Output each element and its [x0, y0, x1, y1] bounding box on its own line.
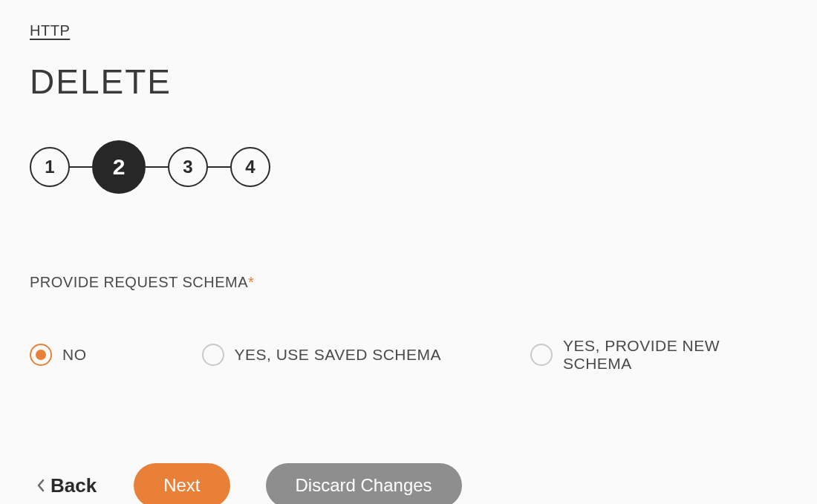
- request-schema-radio-group: NO YES, USE SAVED SCHEMA YES, PROVIDE NE…: [30, 337, 787, 373]
- request-schema-label: PROVIDE REQUEST SCHEMA: [30, 274, 248, 290]
- radio-option-provide-new-schema[interactable]: YES, PROVIDE NEW SCHEMA: [530, 337, 787, 373]
- radio-dot-icon: [36, 350, 46, 360]
- step-1[interactable]: 1: [30, 147, 70, 187]
- radio-icon: [530, 344, 553, 366]
- stepper: 1 2 3 4: [30, 140, 787, 194]
- chevron-left-icon: [37, 479, 45, 492]
- radio-label-use-saved: YES, USE SAVED SCHEMA: [235, 346, 442, 364]
- radio-label-no: NO: [62, 346, 87, 364]
- radio-option-no[interactable]: NO: [30, 337, 202, 373]
- step-connector: [208, 166, 230, 168]
- breadcrumb-http[interactable]: HTTP: [30, 22, 70, 39]
- required-asterisk: *: [248, 274, 254, 290]
- step-3[interactable]: 3: [168, 147, 208, 187]
- page-title: DELETE: [30, 62, 787, 102]
- discard-changes-button[interactable]: Discard Changes: [266, 463, 462, 504]
- radio-icon: [202, 344, 224, 366]
- radio-label-provide-new: YES, PROVIDE NEW SCHEMA: [563, 337, 787, 373]
- back-button[interactable]: Back: [37, 467, 97, 505]
- actions-row: Back Next Discard Changes: [30, 463, 787, 504]
- step-2[interactable]: 2: [92, 140, 146, 194]
- step-connector: [146, 166, 168, 168]
- next-button[interactable]: Next: [134, 463, 230, 504]
- field-label-row: PROVIDE REQUEST SCHEMA*: [30, 274, 787, 291]
- step-connector: [70, 166, 92, 168]
- step-4[interactable]: 4: [230, 147, 270, 187]
- back-label: Back: [51, 474, 97, 497]
- form-section: PROVIDE REQUEST SCHEMA* NO YES, USE SAVE…: [30, 274, 787, 373]
- radio-option-use-saved-schema[interactable]: YES, USE SAVED SCHEMA: [202, 337, 531, 373]
- radio-icon: [30, 344, 52, 366]
